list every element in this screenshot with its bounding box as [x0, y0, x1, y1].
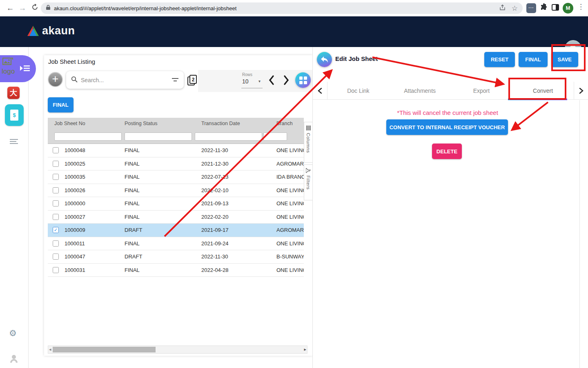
tab-convert[interactable]: Convert — [512, 88, 574, 94]
row-checkbox[interactable]: ✓ — [53, 227, 59, 233]
grid-view-button[interactable] — [295, 72, 311, 88]
row-checkbox[interactable] — [53, 187, 59, 193]
table-row[interactable]: 1000026 FINAL 2022-02-10 ONE LIVING — [48, 184, 304, 197]
sidebar-logo-chip[interactable]: logo — [0, 55, 36, 82]
filter-lines-icon[interactable] — [172, 76, 179, 84]
app-navbar: akaun — [0, 16, 588, 47]
browser-toolbar: ← → akaun.cloud/#/applet/tnt/wavelet/erp… — [0, 0, 588, 16]
rows-per-page-value[interactable]: 10 — [242, 78, 249, 85]
final-filter-button[interactable]: FINAL — [48, 97, 74, 112]
app-sidebar: logo 大 $ ⚙ — [0, 47, 29, 368]
table-header-row: Job Sheet No Posting Status Transaction … — [48, 118, 304, 129]
tabs-scroll-right-icon[interactable] — [574, 82, 588, 99]
extensions-puzzle-icon[interactable] — [540, 3, 550, 13]
scroll-right-icon[interactable]: ▸ — [304, 347, 306, 352]
settings-gear-icon[interactable]: ⚙ — [9, 328, 17, 338]
search-input[interactable] — [81, 77, 172, 83]
table-row[interactable]: 1000027 FINAL 2022-02-20 ONE LIVING — [48, 211, 304, 224]
svg-text:2: 2 — [192, 77, 195, 83]
brand-name: akaun — [42, 25, 75, 37]
table-row[interactable]: 1000000 FINAL 2021-09-13 ONE LIVING — [48, 197, 304, 211]
lock-icon — [46, 4, 51, 12]
row-checkbox[interactable] — [53, 214, 59, 220]
columns-label: Columns — [306, 133, 311, 153]
save-button[interactable]: SAVE — [551, 52, 578, 67]
bookmark-star-icon[interactable]: ☆ — [512, 4, 518, 13]
logo-alt-text: logo — [2, 67, 15, 76]
table-row[interactable]: 1000048 FINAL 2022-11-30 ONE LIVING — [48, 144, 304, 157]
filter-input-job-sheet-no[interactable] — [54, 132, 122, 141]
edit-job-sheet-panel: Edit Job Sheet RESET FINAL SAVE Doc Link… — [312, 47, 588, 368]
filters-label: Filters — [306, 175, 311, 190]
tab-doc-link[interactable]: Doc Link — [327, 88, 389, 94]
pages-badge-icon[interactable]: 2 — [187, 74, 198, 88]
table-row[interactable]: ✓1000009 DRAFT 2021-09-17 AGROMART — [48, 224, 304, 237]
sidebar-list-icon[interactable] — [10, 138, 19, 145]
extension-badge-icon[interactable]: ⋯ — [526, 3, 536, 13]
row-checkbox[interactable] — [53, 240, 59, 247]
header-posting-status[interactable]: Posting Status — [125, 121, 201, 126]
header-branch[interactable]: Branch — [276, 121, 304, 126]
job-sheet-table: Job Sheet No Posting Status Transaction … — [48, 118, 304, 277]
final-button[interactable]: FINAL — [519, 52, 547, 67]
columns-icon — [306, 126, 311, 130]
tab-attachments[interactable]: Attachments — [389, 88, 451, 94]
delete-button[interactable]: DELETE — [432, 144, 462, 159]
table-row[interactable]: 1000047 DRAFT 2022-11-30 B-SUNWAY — [48, 250, 304, 264]
table-row[interactable]: 1000011 FINAL 2021-09-24 ONE LIVING — [48, 237, 304, 251]
add-job-sheet-button[interactable]: + — [48, 72, 63, 87]
editor-title: Edit Job Sheet — [335, 55, 378, 62]
sidebar-app-red-icon[interactable]: 大 — [7, 87, 20, 99]
horizontal-scrollbar[interactable]: ◂ ▸ — [48, 346, 307, 354]
columns-toggle[interactable]: Columns — [304, 122, 312, 163]
next-page-icon[interactable] — [283, 75, 290, 87]
rows-caret-icon[interactable]: ▾ — [258, 79, 261, 83]
row-checkbox[interactable] — [53, 254, 59, 260]
pagination-strip: Rows 10 ▾ — [198, 70, 312, 92]
browser-reload-icon[interactable] — [29, 3, 40, 13]
editor-tabs: Doc Link Attachments Export Convert — [313, 82, 588, 100]
tabs-scroll-left-icon[interactable] — [313, 82, 327, 99]
row-checkbox[interactable] — [53, 267, 59, 273]
scroll-left-icon[interactable]: ◂ — [49, 347, 51, 352]
grid-icon — [299, 76, 307, 84]
rows-label: Rows — [242, 72, 252, 77]
scrollbar-thumb[interactable] — [53, 347, 156, 352]
browser-menu-icon[interactable]: ⋮ — [577, 2, 584, 11]
table-row[interactable]: 1000035 FINAL 2022-07-13 IDA BRANCH — [48, 171, 304, 184]
url-text: akaun.cloud/#/applet/tnt/wavelet/erp/int… — [54, 5, 493, 11]
convert-to-internal-receipt-voucher-button[interactable]: CONVERT TO INTERNAL RECEIPT VOUCHER — [386, 119, 508, 135]
filter-input-posting-status[interactable] — [125, 132, 192, 141]
header-transaction-date[interactable]: Transaction Date — [201, 121, 276, 126]
back-button[interactable] — [317, 52, 332, 67]
browser-profile-avatar[interactable]: M — [563, 3, 573, 13]
table-row[interactable]: 1000031 FINAL 2022-04-28 ONE LIVING — [48, 264, 304, 277]
filter-input-transaction-date[interactable] — [195, 132, 262, 141]
profile-person-icon[interactable] — [9, 354, 19, 365]
side-panel-icon[interactable] — [551, 3, 561, 13]
row-checkbox[interactable] — [53, 174, 59, 180]
active-tab-underline — [508, 99, 567, 100]
browser-forward-icon[interactable]: → — [17, 3, 28, 13]
filter-input-branch[interactable] — [263, 132, 287, 141]
header-job-sheet-no[interactable]: Job Sheet No — [48, 121, 125, 126]
row-checkbox[interactable] — [53, 161, 59, 167]
row-checkbox[interactable] — [53, 200, 59, 206]
address-bar[interactable]: akaun.cloud/#/applet/tnt/wavelet/erp/int… — [41, 2, 523, 14]
dollar-doc-icon: $ — [10, 110, 18, 121]
prev-page-icon[interactable] — [268, 75, 275, 87]
tab-export[interactable]: Export — [451, 88, 512, 94]
row-checkbox[interactable] — [53, 147, 59, 153]
filters-funnel-icon — [306, 168, 311, 173]
browser-back-icon[interactable]: ← — [5, 3, 16, 13]
search-box[interactable] — [66, 71, 184, 89]
reset-button[interactable]: RESET — [484, 52, 515, 67]
share-icon[interactable] — [499, 4, 506, 13]
menu-open-icon[interactable] — [20, 64, 30, 74]
convert-warning-text: *This will cancel the current job sheet — [313, 109, 582, 116]
filters-toggle[interactable]: Filters — [304, 164, 312, 200]
akaun-logo: akaun — [27, 25, 75, 37]
listing-title: Job Sheet Listing — [48, 58, 95, 65]
sidebar-app-finance-icon[interactable]: $ — [5, 104, 24, 126]
table-row[interactable]: 1000025 FINAL 2021-12-30 AGROMART — [48, 157, 304, 171]
